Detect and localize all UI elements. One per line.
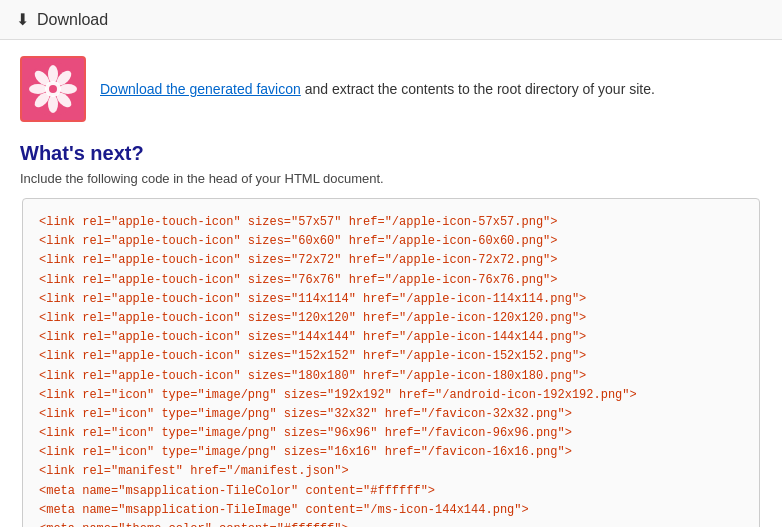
code-line: <link rel="apple-touch-icon" sizes="120x…: [39, 309, 743, 328]
whats-next-title: What's next?: [20, 142, 762, 165]
favicon-preview: [20, 56, 86, 122]
code-line: <link rel="apple-touch-icon" sizes="60x6…: [39, 232, 743, 251]
code-line: <meta name="theme-color" content="#fffff…: [39, 520, 743, 527]
code-line: <link rel="apple-touch-icon" sizes="144x…: [39, 328, 743, 347]
section-header: ⬇ Download: [0, 0, 782, 40]
code-line: <link rel="apple-touch-icon" sizes="114x…: [39, 290, 743, 309]
whats-next-section: What's next? Include the following code …: [0, 138, 782, 527]
code-block[interactable]: <link rel="apple-touch-icon" sizes="57x5…: [22, 198, 760, 527]
whats-next-description: Include the following code in the head o…: [20, 171, 762, 186]
code-line: <link rel="apple-touch-icon" sizes="57x5…: [39, 213, 743, 232]
favicon-flower-svg: [26, 62, 80, 116]
svg-point-1: [48, 65, 58, 83]
code-line: <link rel="apple-touch-icon" sizes="152x…: [39, 347, 743, 366]
download-header-icon: ⬇: [16, 10, 29, 29]
code-line: <link rel="icon" type="image/png" sizes=…: [39, 386, 743, 405]
code-line: <link rel="icon" type="image/png" sizes=…: [39, 443, 743, 462]
download-description-suffix: and extract the contents to the root dir…: [301, 81, 655, 97]
code-line: <link rel="icon" type="image/png" sizes=…: [39, 405, 743, 424]
code-line: <link rel="icon" type="image/png" sizes=…: [39, 424, 743, 443]
download-favicon-link[interactable]: Download the generated favicon: [100, 81, 301, 97]
svg-point-4: [59, 84, 77, 94]
svg-point-10: [49, 85, 57, 93]
code-line: <link rel="apple-touch-icon" sizes="76x7…: [39, 271, 743, 290]
svg-point-2: [48, 95, 58, 113]
page-container: ⬇ Download Download the generated fa: [0, 0, 782, 527]
code-line: <link rel="manifest" href="/manifest.jso…: [39, 462, 743, 481]
download-text: Download the generated favicon and extra…: [100, 81, 655, 97]
code-line: <meta name="msapplication-TileColor" con…: [39, 482, 743, 501]
download-area: Download the generated favicon and extra…: [0, 40, 782, 138]
section-title: Download: [37, 11, 108, 29]
code-line: <meta name="msapplication-TileImage" con…: [39, 501, 743, 520]
svg-point-3: [29, 84, 47, 94]
code-line: <link rel="apple-touch-icon" sizes="180x…: [39, 367, 743, 386]
code-line: <link rel="apple-touch-icon" sizes="72x7…: [39, 251, 743, 270]
